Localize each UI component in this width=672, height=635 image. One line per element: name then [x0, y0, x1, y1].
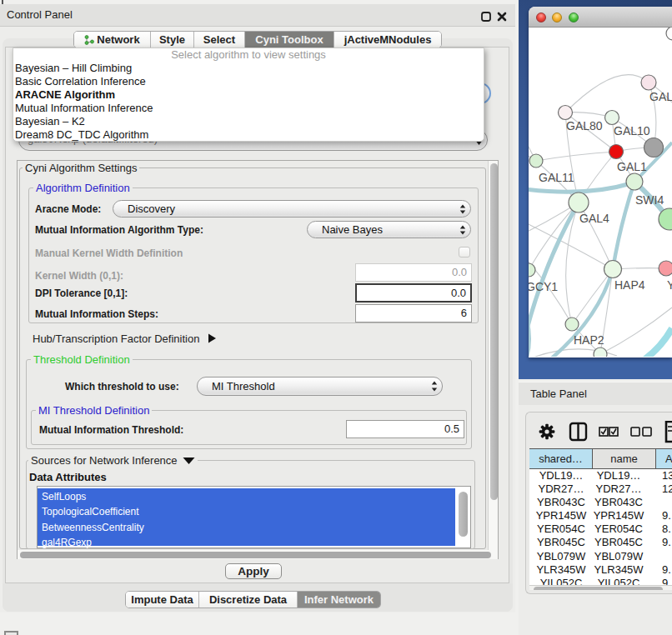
svg-text:GAL10: GAL10: [614, 124, 650, 138]
svg-text:Y: Y: [667, 278, 672, 292]
svg-text:HAP2: HAP2: [574, 333, 604, 347]
svg-text:GAL7: GAL7: [649, 90, 672, 103]
svg-text:GAL80: GAL80: [566, 119, 603, 132]
svg-text:HAP4: HAP4: [614, 278, 645, 292]
svg-text:GAL1: GAL1: [617, 160, 647, 173]
svg-text:GAL4: GAL4: [579, 212, 609, 225]
svg-text:SWI4: SWI4: [635, 193, 664, 207]
svg-text:GAL11: GAL11: [539, 171, 574, 184]
svg-text:GCY1: GCY1: [529, 280, 558, 293]
